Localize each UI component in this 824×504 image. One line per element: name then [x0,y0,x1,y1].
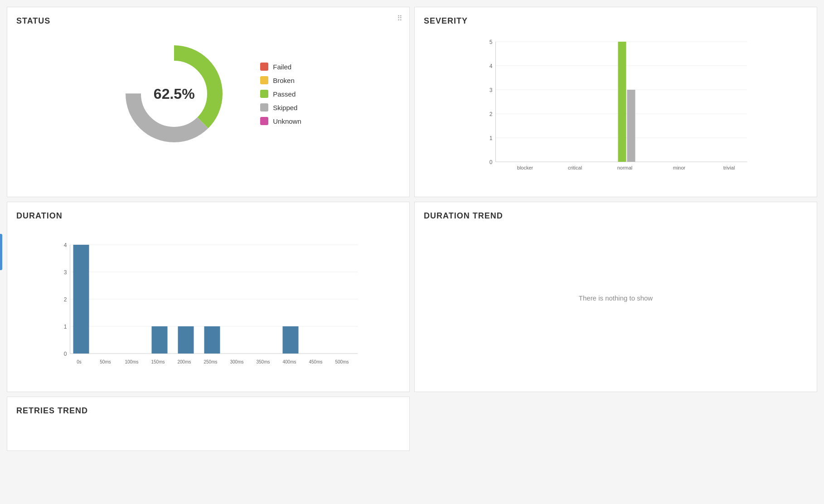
nothing-to-show-text: There is nothing to show [579,294,653,302]
nothing-to-show: There is nothing to show [424,230,808,366]
legend-item-unknown: Unknown [260,117,301,125]
severity-chart: 0 1 2 3 4 5 blocker [424,35,808,180]
legend-item-failed: Failed [260,63,301,71]
legend-color-unknown [260,117,268,125]
svg-text:minor: minor [673,165,686,170]
legend-color-skipped [260,103,268,111]
svg-text:1: 1 [490,135,493,141]
svg-text:3: 3 [64,269,67,276]
severity-title: SEVERITY [424,16,808,26]
legend-color-failed [260,63,268,71]
severity-svg: 0 1 2 3 4 5 blocker [424,35,808,171]
severity-panel: SEVERITY 0 1 2 3 4 5 [414,7,817,197]
status-title: STATUS [16,16,400,26]
legend-label-passed: Passed [273,90,296,98]
retries-trend-title: RETRIES TREND [16,406,400,416]
svg-text:250ms: 250ms [204,359,217,364]
dur-bar-4 [178,326,194,354]
svg-text:2: 2 [490,111,493,117]
svg-text:critical: critical [568,165,582,170]
legend-label-failed: Failed [273,63,291,71]
legend-label-skipped: Skipped [273,104,297,111]
legend-item-broken: Broken [260,76,301,84]
svg-text:50ms: 50ms [100,359,111,364]
donut-percentage: 62.5% [154,86,195,102]
dur-bar-0 [73,245,89,354]
duration-svg: 0 1 2 3 4 [16,230,400,375]
svg-text:2: 2 [64,296,67,303]
svg-text:normal: normal [617,165,633,170]
duration-chart: 0 1 2 3 4 [16,230,400,375]
svg-text:3: 3 [490,87,493,93]
svg-text:4: 4 [490,63,493,69]
duration-panel: DURATION 0 1 2 3 4 [7,202,410,392]
svg-text:blocker: blocker [517,165,533,170]
retries-trend-panel: RETRIES TREND [7,397,410,451]
dur-bar-3 [152,326,168,354]
svg-text:400ms: 400ms [282,359,296,364]
legend-color-passed [260,90,268,98]
svg-text:0s: 0s [77,359,82,364]
drag-handle-status[interactable]: ⠿ [397,14,402,23]
svg-text:350ms: 350ms [256,359,270,364]
status-panel: STATUS ⠿ 62.5% Failed [7,7,410,197]
severity-bar-normal-passed [618,42,626,162]
svg-text:1: 1 [64,324,67,330]
duration-trend-title: DURATION TREND [424,211,808,221]
svg-text:450ms: 450ms [309,359,322,364]
duration-title: DURATION [16,211,400,221]
svg-text:0: 0 [64,351,67,357]
dashboard: STATUS ⠿ 62.5% Failed [0,0,824,458]
status-content: 62.5% Failed Broken Passed Skipped [16,35,400,153]
legend-label-unknown: Unknown [273,117,301,125]
svg-text:300ms: 300ms [230,359,243,364]
dur-bar-5 [204,326,220,354]
svg-text:4: 4 [64,242,67,248]
svg-text:0: 0 [490,159,493,165]
legend-color-broken [260,76,268,84]
legend-label-broken: Broken [273,77,295,84]
svg-text:trivial: trivial [723,165,735,170]
severity-bar-normal-skipped [627,90,635,162]
duration-trend-panel: DURATION TREND There is nothing to show [414,202,817,392]
legend-item-passed: Passed [260,90,301,98]
svg-text:150ms: 150ms [151,359,165,364]
dur-bar-9 [283,326,299,354]
svg-text:500ms: 500ms [335,359,349,364]
legend: Failed Broken Passed Skipped Unknown [260,63,301,125]
svg-text:100ms: 100ms [125,359,138,364]
donut-chart: 62.5% [115,35,233,153]
legend-item-skipped: Skipped [260,103,301,111]
sidebar-indicator [0,234,2,270]
svg-text:5: 5 [490,39,493,45]
svg-text:200ms: 200ms [177,359,191,364]
